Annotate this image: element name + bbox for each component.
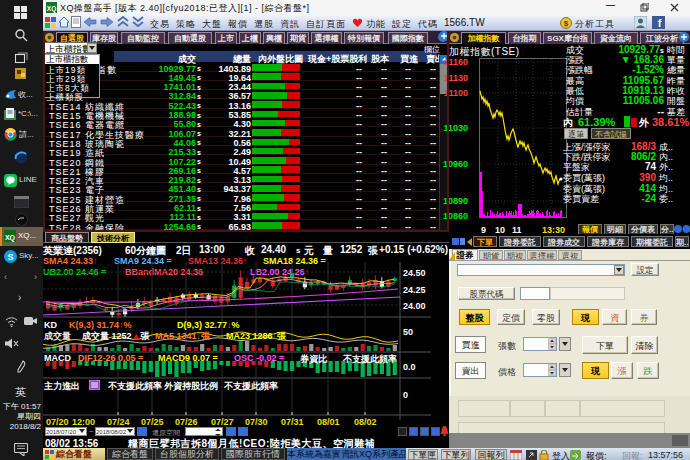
svg-text:$: $: [564, 19, 569, 28]
svg-text:XQ: XQ: [47, 5, 56, 13]
svg-text:S: S: [7, 252, 13, 262]
svg-text:f: f: [658, 17, 662, 29]
svg-text:XQ: XQ: [5, 234, 16, 242]
